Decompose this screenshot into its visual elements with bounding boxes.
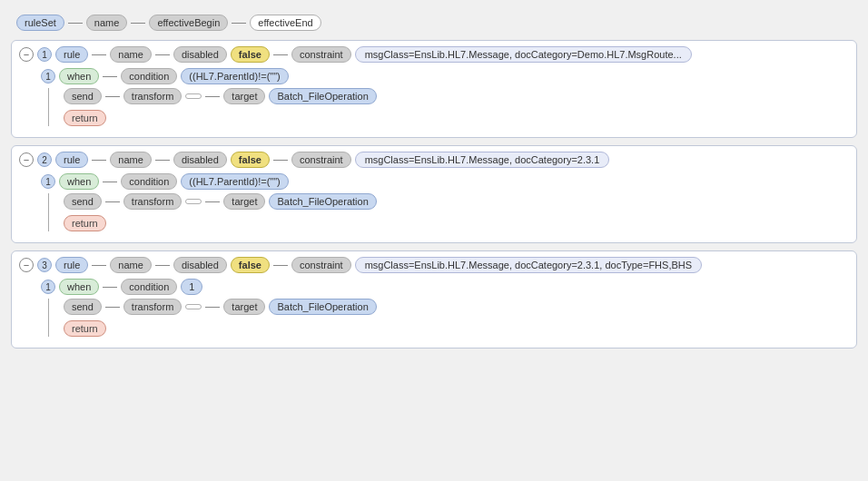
- ruleset-effective-end-label[interactable]: effectiveEnd: [250, 15, 321, 31]
- rule-1-send-label: send: [64, 88, 102, 104]
- rule-1-constraint-label: constraint: [291, 46, 351, 63]
- conn: [155, 265, 170, 266]
- rule-1-target-label: target: [223, 88, 265, 104]
- conn: [205, 307, 220, 308]
- rule-2-number: 2: [37, 152, 52, 167]
- rule-2-constraint-value[interactable]: msgClass=EnsLib.HL7.Message, docCategory…: [355, 152, 610, 168]
- conn: [105, 96, 120, 97]
- connector-line: [68, 23, 83, 24]
- rule-1-return-label[interactable]: return: [64, 110, 106, 126]
- rule-3-header: − 3 rule name disabled false constraint …: [19, 257, 849, 273]
- conn: [205, 201, 220, 202]
- rule-2-transform-label: transform: [123, 193, 182, 210]
- ruleset-label: ruleSet: [16, 15, 64, 31]
- connector-line: [232, 23, 246, 24]
- ruleset-name-label[interactable]: name: [86, 15, 128, 31]
- rule-3-return-row: return: [64, 320, 849, 337]
- conn: [273, 265, 288, 266]
- rule-2-constraint-label: constraint: [291, 152, 351, 168]
- rule-3-disabled-value[interactable]: false: [231, 257, 270, 273]
- rule-3-send-label: send: [64, 299, 102, 315]
- rule-3-number: 3: [37, 258, 52, 272]
- collapse-btn-1[interactable]: −: [19, 47, 34, 62]
- when-1-label: when: [59, 68, 99, 84]
- rule2-when-1-label: when: [59, 173, 99, 190]
- rule-1-send-row: send transform target Batch_FileOperatio…: [64, 88, 849, 104]
- rule-1-return-row: return: [64, 110, 849, 126]
- rule-2-header: − 2 rule name disabled false constraint …: [19, 152, 849, 168]
- rule-2-target-label: target: [223, 193, 265, 210]
- rule3-when-1-number: 1: [41, 280, 55, 294]
- rule2-when-1-indent: send transform target Batch_FileOperatio…: [48, 193, 849, 231]
- rule-1-name[interactable]: name: [110, 46, 152, 63]
- conn: [273, 54, 288, 55]
- rule3-when-1-condition-value[interactable]: 1: [181, 279, 202, 295]
- rule3-when-1-indent: send transform target Batch_FileOperatio…: [48, 299, 849, 337]
- rule-3-target-value[interactable]: Batch_FileOperation: [269, 299, 376, 315]
- conn: [92, 160, 106, 161]
- rule-3-send-row: send transform target Batch_FileOperatio…: [64, 299, 849, 315]
- conn: [105, 307, 120, 308]
- rule3-when-1-condition-label: condition: [121, 279, 177, 295]
- rule-1-disabled-label: disabled: [173, 46, 227, 63]
- rule2-when-1-condition-label: condition: [121, 173, 177, 190]
- when-1-condition-value[interactable]: ((HL7.ParentId)!=(""): [181, 68, 288, 84]
- rule-3-return-label[interactable]: return: [64, 320, 106, 337]
- when-1-number: 1: [41, 69, 55, 83]
- conn: [105, 201, 120, 202]
- conn: [155, 160, 170, 161]
- rule-1-when-1-header: 1 when condition ((HL7.ParentId)!=(""): [41, 68, 849, 84]
- rule-1-number: 1: [37, 47, 52, 62]
- rule-3-transform-value[interactable]: [185, 304, 202, 309]
- rule-1-target-value[interactable]: Batch_FileOperation: [269, 88, 376, 104]
- conn: [103, 287, 117, 288]
- when-1-indent: send transform target Batch_FileOperatio…: [48, 88, 849, 126]
- rule-2-target-value[interactable]: Batch_FileOperation: [269, 193, 376, 210]
- canvas: ruleSet name effectiveBegin effectiveEnd…: [7, 7, 861, 359]
- rule-2-name[interactable]: name: [110, 152, 152, 168]
- rule-2-disabled-value[interactable]: false: [231, 152, 270, 168]
- rule-1-disabled-value[interactable]: false: [231, 46, 270, 63]
- conn: [92, 265, 106, 266]
- rule-3-when-1-header: 1 when condition 1: [41, 279, 849, 295]
- rule2-when-1-number: 1: [41, 174, 55, 189]
- rule-2-when-1: 1 when condition ((HL7.ParentId)!=("") s…: [41, 173, 849, 231]
- conn: [103, 182, 117, 182]
- ruleset-header: ruleSet name effectiveBegin effectiveEnd: [11, 11, 857, 34]
- collapse-btn-2[interactable]: −: [19, 152, 34, 167]
- rule-2-label: rule: [55, 152, 88, 168]
- rule-2-send-row: send transform target Batch_FileOperatio…: [64, 193, 849, 210]
- rule-3-constraint-value[interactable]: msgClass=EnsLib.HL7.Message, docCategory…: [355, 257, 702, 273]
- rule-2-send-label: send: [64, 193, 102, 210]
- rule-2-transform-value[interactable]: [185, 199, 202, 204]
- rule-1-transform-label: transform: [123, 88, 182, 104]
- rule2-when-1-condition-value[interactable]: ((HL7.ParentId)!=(""): [181, 173, 288, 190]
- rule-1-constraint-value[interactable]: msgClass=EnsLib.HL7.Message, docCategory…: [355, 46, 692, 63]
- rule-block-2: − 2 rule name disabled false constraint …: [11, 145, 857, 243]
- rule-3-name[interactable]: name: [110, 257, 152, 273]
- rule-3-transform-label: transform: [123, 299, 182, 315]
- conn: [103, 76, 117, 77]
- rule-block-3: − 3 rule name disabled false constraint …: [11, 250, 857, 348]
- conn: [155, 54, 170, 55]
- rule-3-constraint-label: constraint: [291, 257, 351, 273]
- ruleset-effective-begin-label[interactable]: effectiveBegin: [149, 15, 228, 31]
- rule-2-disabled-label: disabled: [173, 152, 227, 168]
- conn: [205, 96, 220, 97]
- connector-line: [131, 23, 145, 24]
- rule-block-1: − 1 rule name disabled false constraint …: [11, 40, 857, 138]
- collapse-btn-3[interactable]: −: [19, 258, 34, 272]
- rule3-when-1-label: when: [59, 279, 99, 295]
- rule-3-disabled-label: disabled: [173, 257, 227, 273]
- rule-2-when-1-header: 1 when condition ((HL7.ParentId)!=(""): [41, 173, 849, 190]
- rule-3-label: rule: [55, 257, 88, 273]
- rule-2-return-label[interactable]: return: [64, 215, 106, 231]
- rule-3-when-1: 1 when condition 1 send transform target…: [41, 279, 849, 337]
- rule-3-target-label: target: [223, 299, 265, 315]
- rule-1-transform-value[interactable]: [185, 93, 202, 99]
- conn: [273, 160, 288, 161]
- rule-1-header: − 1 rule name disabled false constraint …: [19, 46, 849, 63]
- rule-2-return-row: return: [64, 215, 849, 231]
- when-1-condition-label: condition: [121, 68, 177, 84]
- rule-1-when-1: 1 when condition ((HL7.ParentId)!=("") s…: [41, 68, 849, 126]
